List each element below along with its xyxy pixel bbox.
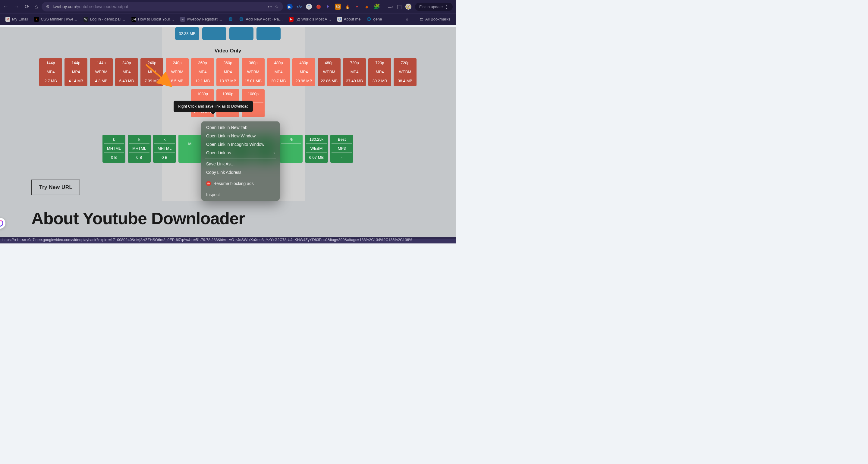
card-resolution: k — [154, 137, 175, 144]
download-card[interactable]: 360pWEBM15.01 MB — [242, 58, 265, 86]
context-menu-item[interactable]: ⛔Resume blocking ads — [201, 179, 280, 188]
bookmark-item[interactable]: MMy Email — [3, 16, 30, 23]
bookmark-star-icon[interactable]: ☆ — [275, 4, 279, 9]
download-tooltip: Right Click and save link as to Download — [174, 101, 253, 112]
extension-icon-6[interactable]: SQ — [335, 4, 341, 10]
profile-avatar[interactable]: 🧭 — [405, 4, 411, 10]
card-format: WEBM — [395, 67, 415, 76]
download-card[interactable]: 480pMP420.7 MB — [267, 58, 290, 86]
context-menu-label: Inspect — [206, 192, 220, 197]
try-new-url-button[interactable]: Try New URL — [31, 180, 80, 195]
extension-icon-5[interactable]: Ͱ — [325, 4, 331, 10]
playlist-icon[interactable]: ≕ — [388, 3, 393, 10]
section-title-video-only: Video Only — [0, 48, 456, 54]
card-resolution: 144p — [66, 61, 86, 67]
download-card[interactable]: kMHTML0 B — [102, 135, 125, 163]
extension-icon-1[interactable]: ▶ — [287, 4, 293, 10]
back-icon[interactable]: ← — [3, 4, 8, 10]
about-heading: About Youtube Downloader — [31, 209, 456, 228]
bookmark-item[interactable]: WLog In ‹ demo.pall… — [81, 16, 128, 23]
download-card[interactable]: 144pMP42.7 MB — [39, 58, 62, 86]
finish-update-button[interactable]: Finish update⋮ — [415, 3, 453, 11]
context-menu-label: Resume blocking ads — [213, 181, 254, 186]
bookmark-overflow-icon[interactable]: » — [403, 16, 411, 23]
menu-dots-icon: ⋮ — [444, 4, 448, 9]
context-menu-item[interactable]: Save Link As… — [201, 160, 280, 168]
card-resolution: 360p — [192, 61, 213, 67]
download-card-blue[interactable]: 32.38 MB — [175, 27, 199, 40]
forward-icon[interactable]: → — [14, 4, 19, 10]
download-card-blue[interactable]: - — [202, 27, 226, 40]
extension-icon-7[interactable]: 🔥 — [344, 4, 350, 10]
download-card[interactable]: kMHTML0 B — [153, 135, 176, 163]
omnibox[interactable]: ⚙ kwebby.com/youtube-downloader/output ⊶… — [41, 2, 283, 11]
bookmark-item[interactable]: 🌐 — [226, 16, 236, 23]
card-size: 0 B — [129, 153, 150, 160]
context-menu-item[interactable]: Open Link as› — [201, 149, 280, 157]
extension-icon-3[interactable]: G — [306, 4, 312, 10]
bookmark-item[interactable]: BHHow to Boost Your… — [129, 16, 177, 23]
context-menu-item[interactable]: Copy Link Address — [201, 168, 280, 177]
bookmark-favicon: ≡ — [180, 17, 185, 22]
context-menu-item[interactable]: Open Link in Incognito Window — [201, 140, 280, 149]
context-menu-item[interactable]: Open Link in New Window — [201, 132, 280, 140]
card-resolution: 7k — [281, 137, 301, 144]
extension-icon-2[interactable]: </> — [296, 4, 302, 10]
download-card[interactable]: 480pMP420.96 MB — [292, 58, 315, 86]
card-format: M — [180, 139, 200, 148]
site-settings-icon[interactable]: ⚙ — [46, 4, 50, 9]
bookmark-item[interactable]: 🌐gene — [364, 16, 384, 23]
download-card[interactable]: M — [179, 135, 201, 163]
download-card[interactable]: 720pMP437.49 MB — [343, 58, 366, 86]
download-card[interactable]: 144pMP44.14 MB — [64, 58, 87, 86]
download-card[interactable]: 720pMP439.2 MB — [368, 58, 391, 86]
bookmark-item[interactable]: GAbout me — [335, 16, 363, 23]
download-card[interactable]: kMHTML0 B — [128, 135, 151, 163]
sidepanel-icon[interactable]: ◫ — [397, 3, 402, 10]
download-card[interactable]: 130.25kWEBM6.07 MB — [305, 135, 328, 163]
card-size: 4.3 MB — [91, 76, 112, 83]
card-size: 15.01 MB — [243, 76, 264, 83]
card-format: MP4 — [370, 67, 390, 76]
home-icon[interactable]: ⌂ — [35, 4, 38, 10]
extension-icon-8[interactable]: ✦ — [354, 4, 360, 10]
bookmark-item[interactable]: ▶(2) World's Most A… — [286, 16, 334, 23]
card-resolution: 1080p — [243, 92, 264, 98]
browser-toolbar: ← → ⟳ ⌂ ⚙ kwebby.com/youtube-downloader/… — [0, 0, 456, 13]
card-resolution: 720p — [370, 61, 390, 67]
bookmark-label: CSS Minifier | Kwe… — [41, 17, 77, 21]
bookmark-favicon: BH — [131, 17, 136, 22]
card-size: 12.1 MB — [192, 76, 213, 83]
card-resolution: 720p — [395, 61, 415, 67]
extension-icon-4[interactable]: 🔴 — [315, 4, 321, 10]
download-card[interactable]: 360pMP412.1 MB — [191, 58, 214, 86]
download-card[interactable]: 7k — [280, 135, 303, 163]
reload-icon[interactable]: ⟳ — [25, 3, 29, 10]
context-menu-item[interactable]: Open Link in New Tab — [201, 123, 280, 132]
context-menu-item[interactable]: Inspect — [201, 190, 280, 199]
all-bookmarks-button[interactable]: 🗀All Bookmarks — [417, 16, 453, 23]
chat-widget-button[interactable] — [0, 218, 5, 229]
download-card[interactable]: 480pWEBM22.86 MB — [318, 58, 341, 86]
extensions-puzzle-icon[interactable]: 🧩 — [373, 3, 380, 10]
download-card[interactable]: 360pMP413.97 MB — [216, 58, 239, 86]
bookmark-favicon: M — [5, 17, 10, 22]
card-format: MHTML — [129, 144, 150, 153]
bookmark-item[interactable]: kCSS Minifier | Kwe… — [32, 16, 80, 23]
bookmark-item[interactable]: ≡Kwebby Registrati… — [178, 16, 225, 23]
card-size: 0 B — [154, 153, 175, 160]
bookmark-item[interactable]: 🌐Add New Post ‹ Pa… — [237, 16, 285, 23]
download-card[interactable]: 144pWEBM4.3 MB — [90, 58, 113, 86]
download-card-blue[interactable]: - — [256, 27, 281, 40]
download-card[interactable]: BestMP3- — [330, 135, 353, 163]
card-format — [281, 144, 301, 148]
svg-line-0 — [146, 64, 171, 86]
url-text: kwebby.com/youtube-downloader/output — [53, 4, 128, 9]
download-card[interactable]: 240pMP46.43 MB — [115, 58, 138, 86]
password-key-icon[interactable]: ⊶ — [268, 4, 272, 9]
download-card[interactable]: 720pWEBM38.4 MB — [394, 58, 416, 86]
download-card-blue[interactable]: - — [229, 27, 253, 40]
extension-icon-9[interactable]: ◆ — [364, 4, 370, 10]
card-size: 6.43 MB — [116, 76, 137, 83]
bookmark-favicon: 🌐 — [228, 17, 233, 22]
